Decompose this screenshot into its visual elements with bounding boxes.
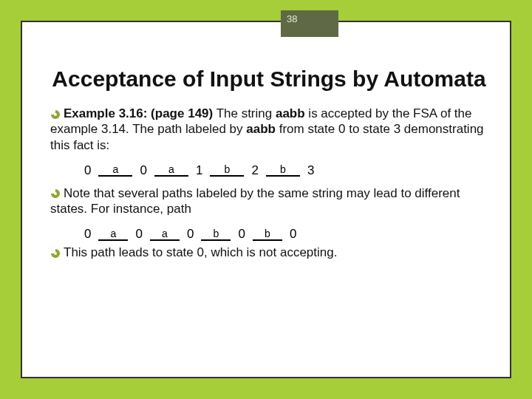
note-text: Note that several paths labeled by the s… (50, 186, 460, 216)
edge-line (98, 175, 132, 177)
edge-label: b (280, 164, 286, 174)
transition-edge: a (151, 164, 191, 177)
transition-edge: b (198, 228, 233, 241)
state-node: 0 (131, 227, 146, 242)
swirl-bullet-icon (50, 109, 61, 120)
swirl-bullet-icon (50, 188, 61, 199)
transition-edge: b (263, 164, 303, 177)
state-node: 2 (247, 163, 262, 178)
transition-edge: a (95, 164, 135, 177)
edge-line (210, 175, 244, 177)
note-paragraph: Note that several paths labeled by the s… (50, 185, 488, 217)
edge-line (253, 239, 282, 241)
edge-label: a (162, 228, 168, 239)
string-aabb-1: aabb (276, 106, 305, 120)
edge-label: b (225, 164, 231, 174)
text: The string (213, 106, 276, 120)
slide-frame: Acceptance of Input Strings by Automata … (21, 21, 511, 378)
edge-label: a (113, 164, 119, 174)
edge-label: a (111, 228, 117, 239)
conclusion-text: This path leads to state 0, which is not… (64, 245, 337, 259)
edge-line (154, 175, 188, 177)
slide-content: Acceptance of Input Strings by Automata … (50, 66, 488, 362)
state-node: 0 (285, 227, 301, 242)
edge-line (98, 239, 128, 241)
example-lead: Example 3.16: (page 149) (64, 106, 213, 120)
transition-edge: b (250, 228, 285, 241)
page-title: Acceptance of Input Strings by Automata (50, 66, 488, 91)
transition-edge: a (95, 228, 131, 241)
transition-edge: a (147, 228, 183, 241)
edge-label: a (168, 164, 174, 174)
string-aabb-2: aabb (246, 122, 276, 136)
state-node: 0 (80, 163, 95, 178)
edge-label: b (265, 228, 270, 239)
page-number: 38 (287, 13, 297, 24)
conclusion-paragraph: This path leads to state 0, which is not… (50, 245, 488, 260)
edge-line (266, 175, 300, 177)
transition-edge: b (207, 164, 247, 177)
edge-line (201, 239, 231, 241)
example-paragraph: Example 3.16: (page 149) The string aabb… (50, 106, 488, 153)
state-node: 0 (80, 227, 95, 242)
state-node: 0 (183, 227, 198, 242)
state-node: 0 (135, 163, 151, 178)
state-node: 1 (191, 163, 207, 178)
edge-line (150, 239, 180, 241)
swirl-bullet-icon (50, 248, 61, 259)
state-node: 0 (233, 227, 249, 242)
transition-path-1: 0 a 0 a 1 b 2 b 3 (80, 163, 488, 178)
edge-label: b (214, 228, 219, 239)
transition-path-2: 0 a 0 a 0 b 0 b 0 (80, 227, 488, 242)
page-number-badge: 38 (281, 10, 338, 37)
state-node: 3 (303, 163, 318, 178)
